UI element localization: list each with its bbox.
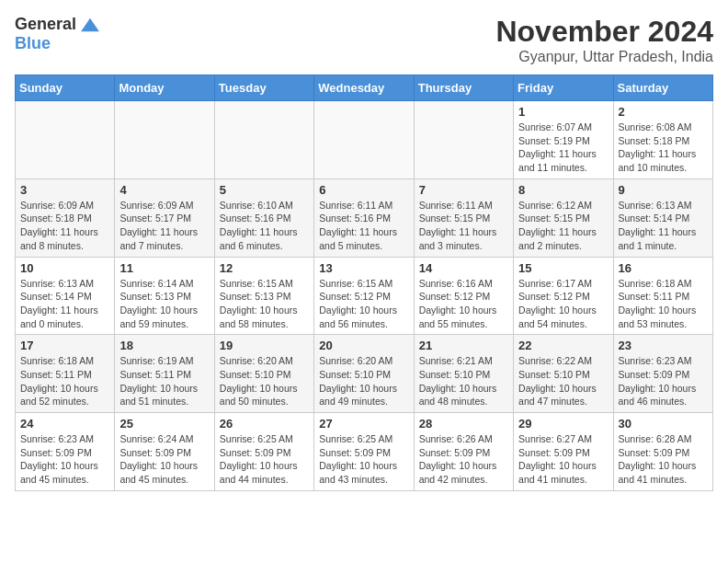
calendar-cell [115,101,214,179]
calendar-cell: 17Sunrise: 6:18 AM Sunset: 5:11 PM Dayli… [16,335,115,413]
day-info: Sunrise: 6:23 AM Sunset: 5:09 PM Dayligh… [20,432,109,487]
calendar-cell [16,101,115,179]
day-info: Sunrise: 6:17 AM Sunset: 5:12 PM Dayligh… [518,277,608,331]
calendar-cell: 23Sunrise: 6:23 AM Sunset: 5:09 PM Dayli… [613,335,712,413]
calendar-cell: 11Sunrise: 6:14 AM Sunset: 5:13 PM Dayli… [115,257,214,335]
day-number: 23 [619,339,708,352]
day-number: 19 [220,339,309,352]
day-number: 13 [319,261,408,275]
calendar-cell: 1Sunrise: 6:07 AM Sunset: 5:19 PM Daylig… [514,101,613,179]
calendar-cell [414,101,513,179]
weekday-header: Friday [514,75,613,101]
calendar-cell: 24Sunrise: 6:23 AM Sunset: 5:09 PM Dayli… [16,413,115,491]
day-info: Sunrise: 6:22 AM Sunset: 5:10 PM Dayligh… [518,354,608,408]
day-number: 2 [619,105,708,119]
day-info: Sunrise: 6:16 AM Sunset: 5:12 PM Dayligh… [419,277,508,331]
calendar-week-row: 17Sunrise: 6:18 AM Sunset: 5:11 PM Dayli… [16,335,713,413]
calendar-cell: 28Sunrise: 6:26 AM Sunset: 5:09 PM Dayli… [414,413,513,491]
calendar-cell: 12Sunrise: 6:15 AM Sunset: 5:13 PM Dayli… [214,257,313,335]
day-number: 26 [220,417,309,431]
day-number: 8 [518,183,608,197]
calendar-cell: 30Sunrise: 6:28 AM Sunset: 5:09 PM Dayli… [613,413,712,491]
calendar-week-row: 3Sunrise: 6:09 AM Sunset: 5:18 PM Daylig… [16,178,713,257]
calendar-cell: 21Sunrise: 6:21 AM Sunset: 5:10 PM Dayli… [414,335,513,413]
day-number: 7 [419,183,508,197]
calendar-cell: 5Sunrise: 6:10 AM Sunset: 5:16 PM Daylig… [214,178,313,257]
day-number: 5 [220,183,309,197]
calendar-cell: 22Sunrise: 6:22 AM Sunset: 5:10 PM Dayli… [514,335,613,413]
month-title: November 2024 [495,15,713,49]
page-header: General Blue November 2024 Gyanpur, Utta… [15,15,713,65]
day-number: 15 [518,261,608,275]
weekday-header: Tuesday [214,75,313,101]
day-info: Sunrise: 6:15 AM Sunset: 5:13 PM Dayligh… [220,277,309,331]
day-info: Sunrise: 6:14 AM Sunset: 5:13 PM Dayligh… [119,277,209,331]
calendar-cell: 10Sunrise: 6:13 AM Sunset: 5:14 PM Dayli… [16,257,115,335]
calendar-week-row: 24Sunrise: 6:23 AM Sunset: 5:09 PM Dayli… [16,413,713,491]
calendar-cell: 14Sunrise: 6:16 AM Sunset: 5:12 PM Dayli… [414,257,513,335]
calendar-cell: 7Sunrise: 6:11 AM Sunset: 5:15 PM Daylig… [414,178,513,257]
day-number: 14 [419,261,508,275]
weekday-header: Saturday [613,75,712,101]
calendar-cell: 19Sunrise: 6:20 AM Sunset: 5:10 PM Dayli… [214,335,313,413]
calendar-cell: 15Sunrise: 6:17 AM Sunset: 5:12 PM Dayli… [514,257,613,335]
day-info: Sunrise: 6:11 AM Sunset: 5:15 PM Dayligh… [419,199,508,253]
calendar-cell: 26Sunrise: 6:25 AM Sunset: 5:09 PM Dayli… [214,413,313,491]
svg-marker-0 [81,18,99,31]
day-number: 18 [119,339,209,352]
day-number: 29 [518,417,608,431]
logo-text: General Blue [15,15,100,53]
day-number: 11 [119,261,209,275]
calendar-table: SundayMondayTuesdayWednesdayThursdayFrid… [15,75,713,491]
calendar-header-row: SundayMondayTuesdayWednesdayThursdayFrid… [16,75,713,101]
day-number: 20 [319,339,408,352]
day-info: Sunrise: 6:15 AM Sunset: 5:12 PM Dayligh… [319,277,408,331]
calendar-cell: 27Sunrise: 6:25 AM Sunset: 5:09 PM Dayli… [314,413,414,491]
day-number: 28 [419,417,508,431]
weekday-header: Monday [115,75,214,101]
calendar-cell: 18Sunrise: 6:19 AM Sunset: 5:11 PM Dayli… [115,335,214,413]
day-info: Sunrise: 6:27 AM Sunset: 5:09 PM Dayligh… [518,432,608,487]
day-info: Sunrise: 6:25 AM Sunset: 5:09 PM Dayligh… [220,432,309,487]
calendar-cell [314,101,414,179]
day-number: 6 [319,183,408,197]
day-number: 22 [518,339,608,352]
weekday-header: Sunday [16,75,115,101]
weekday-header: Wednesday [314,75,414,101]
day-info: Sunrise: 6:19 AM Sunset: 5:11 PM Dayligh… [119,354,209,408]
day-number: 17 [20,339,109,352]
calendar-week-row: 10Sunrise: 6:13 AM Sunset: 5:14 PM Dayli… [16,257,713,335]
day-info: Sunrise: 6:12 AM Sunset: 5:15 PM Dayligh… [518,199,608,253]
calendar-cell: 8Sunrise: 6:12 AM Sunset: 5:15 PM Daylig… [514,178,613,257]
day-info: Sunrise: 6:18 AM Sunset: 5:11 PM Dayligh… [20,354,109,408]
day-info: Sunrise: 6:28 AM Sunset: 5:09 PM Dayligh… [619,432,708,487]
day-number: 4 [119,183,209,197]
day-number: 16 [619,261,708,275]
day-info: Sunrise: 6:11 AM Sunset: 5:16 PM Dayligh… [319,199,408,253]
day-number: 3 [20,183,109,197]
calendar-cell: 4Sunrise: 6:09 AM Sunset: 5:17 PM Daylig… [115,178,214,257]
calendar-cell: 2Sunrise: 6:08 AM Sunset: 5:18 PM Daylig… [613,101,712,179]
logo: General Blue [15,15,100,53]
calendar-cell: 16Sunrise: 6:18 AM Sunset: 5:11 PM Dayli… [613,257,712,335]
weekday-header: Thursday [414,75,513,101]
day-info: Sunrise: 6:09 AM Sunset: 5:18 PM Dayligh… [20,199,109,253]
day-number: 30 [619,417,708,431]
day-number: 12 [220,261,309,275]
calendar-cell: 25Sunrise: 6:24 AM Sunset: 5:09 PM Dayli… [115,413,214,491]
day-info: Sunrise: 6:09 AM Sunset: 5:17 PM Dayligh… [119,199,209,253]
day-number: 21 [419,339,508,352]
day-number: 27 [319,417,408,431]
day-info: Sunrise: 6:07 AM Sunset: 5:19 PM Dayligh… [518,121,608,175]
day-number: 24 [20,417,109,431]
day-info: Sunrise: 6:18 AM Sunset: 5:11 PM Dayligh… [619,277,708,331]
day-info: Sunrise: 6:26 AM Sunset: 5:09 PM Dayligh… [419,432,508,487]
calendar-cell: 6Sunrise: 6:11 AM Sunset: 5:16 PM Daylig… [314,178,414,257]
calendar-cell: 3Sunrise: 6:09 AM Sunset: 5:18 PM Daylig… [16,178,115,257]
day-number: 25 [119,417,209,431]
calendar-cell: 29Sunrise: 6:27 AM Sunset: 5:09 PM Dayli… [514,413,613,491]
day-info: Sunrise: 6:20 AM Sunset: 5:10 PM Dayligh… [319,354,408,408]
day-info: Sunrise: 6:13 AM Sunset: 5:14 PM Dayligh… [619,199,708,253]
day-info: Sunrise: 6:25 AM Sunset: 5:09 PM Dayligh… [319,432,408,487]
day-info: Sunrise: 6:23 AM Sunset: 5:09 PM Dayligh… [619,354,708,408]
